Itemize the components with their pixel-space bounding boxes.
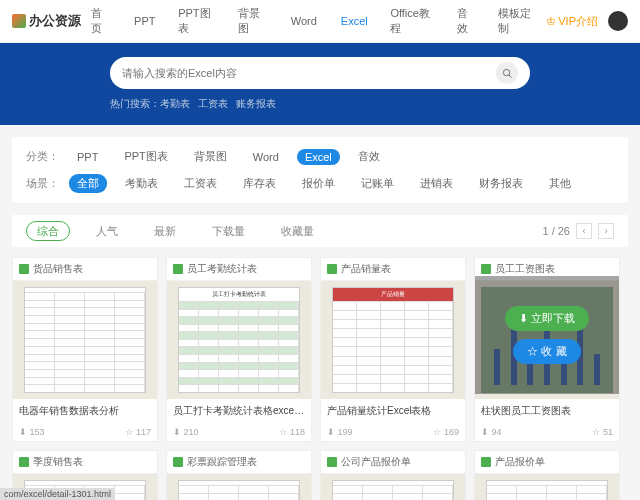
scene-全部[interactable]: 全部 xyxy=(69,174,107,193)
nav-Office教程[interactable]: Office教程 xyxy=(380,6,434,36)
search-icon xyxy=(502,68,513,79)
card-hover-overlay: ⬇ 立即下载☆ 收 藏 xyxy=(475,276,619,394)
sort-人气[interactable]: 人气 xyxy=(86,222,128,240)
favorite-button[interactable]: ☆ 收 藏 xyxy=(513,339,580,364)
card-title: 产品销量统计Excel表格 xyxy=(321,399,465,423)
scene-库存表[interactable]: 库存表 xyxy=(235,174,284,193)
template-card[interactable]: 员工考勤统计表员工打卡考勤统计表员工打卡考勤统计表格excel模板⬇ 210☆ … xyxy=(166,257,312,442)
excel-icon xyxy=(19,457,29,467)
nav-Word[interactable]: Word xyxy=(279,6,317,36)
cat-Word[interactable]: Word xyxy=(245,149,287,165)
thumbnail xyxy=(13,281,157,399)
cat-音效[interactable]: 音效 xyxy=(350,147,388,166)
nav-首页[interactable]: 首页 xyxy=(91,6,110,36)
excel-icon xyxy=(173,264,183,274)
top-nav: 办公资源 首页PPTPPT图表背景图WordExcelOffice教程音效模板定… xyxy=(0,0,640,43)
scene-记账单[interactable]: 记账单 xyxy=(353,174,402,193)
card-head-label: 彩票跟踪管理表 xyxy=(187,455,257,469)
scene-财务报表[interactable]: 财务报表 xyxy=(471,174,531,193)
status-bar: com/excel/detail-1301.html xyxy=(0,488,115,500)
download-count: ⬇ 153 xyxy=(19,427,45,437)
template-card[interactable]: 产品销量表产品销量产品销量统计Excel表格⬇ 199☆ 169 xyxy=(320,257,466,442)
search-button[interactable] xyxy=(496,62,518,84)
card-head-label: 产品销量表 xyxy=(341,262,391,276)
nav-PPT[interactable]: PPT xyxy=(122,6,155,36)
svg-point-0 xyxy=(503,69,509,75)
scene-报价单[interactable]: 报价单 xyxy=(294,174,343,193)
excel-icon xyxy=(19,264,29,274)
excel-icon xyxy=(327,264,337,274)
avatar[interactable] xyxy=(608,11,628,31)
favorite-count: ☆ 51 xyxy=(592,427,613,437)
excel-icon xyxy=(173,457,183,467)
card-title: 电器年销售数据表分析 xyxy=(13,399,157,423)
pager: 1 / 26 ‹ › xyxy=(542,223,614,239)
nav-Excel[interactable]: Excel xyxy=(329,6,368,36)
results-grid: 货品销售表电器年销售数据表分析⬇ 153☆ 117员工考勤统计表员工打卡考勤统计… xyxy=(0,247,640,500)
scene-考勤表[interactable]: 考勤表 xyxy=(117,174,166,193)
favorite-count: ☆ 169 xyxy=(433,427,459,437)
card-head-label: 公司产品报价单 xyxy=(341,455,411,469)
hot-考勤表[interactable]: 考勤表 xyxy=(160,98,190,109)
search-input[interactable] xyxy=(122,67,496,79)
excel-icon xyxy=(481,264,491,274)
template-card[interactable]: 员工工资图表⬇ 立即下载☆ 收 藏柱状图员工工资图表⬇ 94☆ 51 xyxy=(474,257,620,442)
thumbnail: 产品销量 xyxy=(321,281,465,399)
sort-bar: 综合人气最新下载量收藏量 1 / 26 ‹ › xyxy=(12,215,628,247)
hot-账务报表[interactable]: 账务报表 xyxy=(236,98,276,109)
excel-icon xyxy=(327,457,337,467)
svg-line-1 xyxy=(508,74,511,77)
scene-进销表[interactable]: 进销表 xyxy=(412,174,461,193)
sort-下载量[interactable]: 下载量 xyxy=(202,222,255,240)
thumbnail xyxy=(167,474,311,500)
thumbnail: 员工打卡考勤统计表 xyxy=(167,281,311,399)
card-title: 员工打卡考勤统计表格excel模板 xyxy=(167,399,311,423)
excel-icon xyxy=(481,457,491,467)
logo[interactable]: 办公资源 xyxy=(12,12,81,30)
card-head-label: 员工工资图表 xyxy=(495,262,555,276)
prev-page[interactable]: ‹ xyxy=(576,223,592,239)
hot-工资表[interactable]: 工资表 xyxy=(198,98,228,109)
template-card[interactable]: 彩票跟踪管理表 xyxy=(166,450,312,500)
cat-PPT[interactable]: PPT xyxy=(69,149,106,165)
sort-收藏量[interactable]: 收藏量 xyxy=(271,222,324,240)
template-card[interactable]: 货品销售表电器年销售数据表分析⬇ 153☆ 117 xyxy=(12,257,158,442)
filter-panel: 分类：PPTPPT图表背景图WordExcel音效 场景：全部考勤表工资表库存表… xyxy=(12,137,628,203)
sort-最新[interactable]: 最新 xyxy=(144,222,186,240)
card-head-label: 产品报价单 xyxy=(495,455,545,469)
hot-searches: 热门搜索：考勤表工资表账务报表 xyxy=(110,97,530,111)
cat-背景图[interactable]: 背景图 xyxy=(186,147,235,166)
vip-link[interactable]: ♔ VIP介绍 xyxy=(546,14,598,29)
scene-工资表[interactable]: 工资表 xyxy=(176,174,225,193)
search-box xyxy=(110,57,530,89)
card-head-label: 员工考勤统计表 xyxy=(187,262,257,276)
favorite-count: ☆ 118 xyxy=(279,427,305,437)
search-banner: 热门搜索：考勤表工资表账务报表 xyxy=(0,43,640,125)
cat-PPT图表[interactable]: PPT图表 xyxy=(116,147,175,166)
favorite-count: ☆ 117 xyxy=(125,427,151,437)
cat-Excel[interactable]: Excel xyxy=(297,149,340,165)
download-button[interactable]: ⬇ 立即下载 xyxy=(505,306,589,331)
thumbnail xyxy=(321,474,465,500)
download-count: ⬇ 199 xyxy=(327,427,353,437)
card-head-label: 货品销售表 xyxy=(33,262,83,276)
sort-综合[interactable]: 综合 xyxy=(26,221,70,241)
nav-背景图[interactable]: 背景图 xyxy=(228,6,267,36)
scene-其他[interactable]: 其他 xyxy=(541,174,579,193)
download-count: ⬇ 210 xyxy=(173,427,199,437)
thumbnail xyxy=(475,474,619,500)
template-card[interactable]: 公司产品报价单 xyxy=(320,450,466,500)
download-count: ⬇ 94 xyxy=(481,427,502,437)
next-page[interactable]: › xyxy=(598,223,614,239)
template-card[interactable]: 产品报价单 xyxy=(474,450,620,500)
card-head-label: 季度销售表 xyxy=(33,455,83,469)
nav-模板定制[interactable]: 模板定制 xyxy=(488,6,537,36)
nav-PPT图表[interactable]: PPT图表 xyxy=(168,6,216,36)
card-title: 柱状图员工工资图表 xyxy=(475,399,619,423)
nav-音效[interactable]: 音效 xyxy=(446,6,476,36)
